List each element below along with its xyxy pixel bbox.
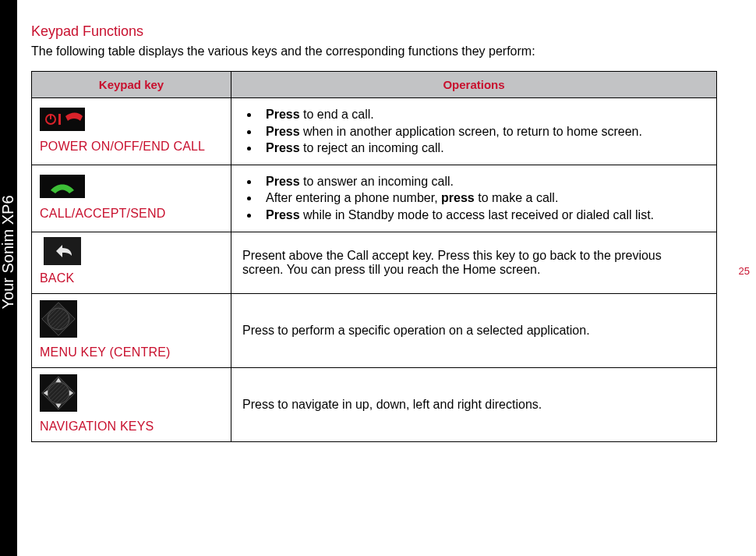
sidebar: Your Sonim XP6 [0,0,17,556]
list-item: Press to reject an incoming call. [260,140,705,157]
end-call-icon [40,107,85,132]
list-item: Press to end a call. [260,106,705,123]
back-icon [40,239,85,264]
page-content: Keypad Functions The following table dis… [31,23,717,442]
list-item: After entering a phone number, press to … [260,189,705,207]
key-label: MENU KEY (CENTRE) [40,345,223,359]
table-header-key: Keypad key [32,72,231,98]
table-header-ops: Operations [231,72,717,98]
table-row: BACK Present above the Call accept key. … [32,232,717,293]
table-row: CALL/ACCEPT/SEND Press to answer an inco… [32,165,717,232]
list-item: Press to answer an incoming call. [260,173,705,190]
list-item: Press when in another application screen… [260,123,705,140]
svg-point-15 [48,382,69,404]
sidebar-chapter-label: Your Sonim XP6 [0,208,17,310]
key-label: POWER ON/OFF/END CALL [40,140,223,154]
operation-text: Press to perform a specific operation on… [231,293,717,367]
section-intro: The following table displays the various… [31,44,717,58]
key-label: CALL/ACCEPT/SEND [40,207,223,221]
operation-text: Press to navigate in up, down, left and … [231,367,717,441]
table-row: POWER ON/OFF/END CALL Press to end a cal… [32,98,717,165]
menu-center-icon [40,300,77,338]
navigation-keys-icon [40,374,77,412]
table-row: MENU KEY (CENTRE) Press to perform a spe… [32,293,717,367]
table-row: NAVIGATION KEYS Press to navigate in up,… [32,367,717,441]
accept-call-icon [40,174,85,199]
page-number: 25 [739,265,750,277]
list-item: Press while in Standby mode to access la… [260,207,705,224]
section-title: Keypad Functions [31,23,717,40]
key-label: BACK [40,271,223,285]
key-label: NAVIGATION KEYS [40,420,223,434]
keypad-functions-table: Keypad key Operations [31,71,717,442]
svg-point-10 [48,308,69,330]
operations-list: Press to answer an incoming call. After … [242,173,705,224]
svg-rect-3 [58,114,61,125]
operations-list: Press to end a call. Press when in anoth… [242,106,705,157]
operation-text: Present above the Call accept key. Press… [231,232,717,293]
